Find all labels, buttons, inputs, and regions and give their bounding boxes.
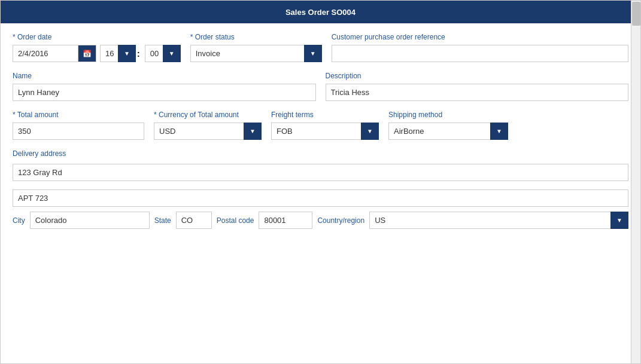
title-text: Sales Order SO004 xyxy=(285,8,356,17)
postal-code-input[interactable] xyxy=(259,212,312,229)
order-status-group: Order status Invoice Draft Confirmed Can… xyxy=(190,33,322,62)
order-status-select-wrapper: Invoice Draft Confirmed Cancelled xyxy=(190,45,322,62)
order-date-input[interactable] xyxy=(13,45,78,62)
name-label: Name xyxy=(13,72,316,80)
state-label: State xyxy=(154,216,171,225)
window-title: Sales Order SO004 xyxy=(1,1,640,23)
order-date-group: Order date 📅 16 00010203 04050607 080910… xyxy=(13,33,181,62)
city-input[interactable] xyxy=(30,212,150,229)
total-amount-label: Total amount xyxy=(13,111,144,119)
freight-terms-label: Freight terms xyxy=(271,111,379,119)
currency-group: Currency of Total amount USD EUR GBP CAD xyxy=(154,111,262,140)
description-input[interactable] xyxy=(326,84,629,101)
currency-label: Currency of Total amount xyxy=(154,111,262,119)
country-select-wrapper: US CA GB AU DE xyxy=(369,212,628,229)
state-input[interactable] xyxy=(176,212,212,229)
order-status-label: Order status xyxy=(190,33,322,41)
form-content: Order date 📅 16 00010203 04050607 080910… xyxy=(1,23,640,363)
minute-select[interactable]: 00153045 xyxy=(145,45,181,62)
total-amount-group: Total amount xyxy=(13,111,144,140)
hour-select[interactable]: 16 00010203 04050607 08091011 12131415 1… xyxy=(100,45,136,62)
address-line1-input[interactable] xyxy=(13,164,628,181)
row-name-description: Name Description xyxy=(13,72,628,101)
delivery-address-section: Delivery address xyxy=(13,149,628,207)
postal-code-label: Postal code xyxy=(217,216,254,225)
freight-terms-group: Freight terms FOB CIF EXW DDP xyxy=(271,111,379,140)
hour-select-wrapper: 16 00010203 04050607 08091011 12131415 1… xyxy=(100,45,136,62)
customer-po-group: Customer purchase order reference xyxy=(332,33,628,62)
name-group: Name xyxy=(13,72,316,101)
description-label: Description xyxy=(326,72,629,80)
shipping-method-label: Shipping method xyxy=(388,111,508,119)
currency-select[interactable]: USD EUR GBP CAD xyxy=(154,123,262,140)
time-colon: : xyxy=(136,49,141,59)
order-status-select[interactable]: Invoice Draft Confirmed Cancelled xyxy=(190,45,322,62)
calendar-button[interactable]: 📅 xyxy=(78,45,96,62)
freight-select-wrapper: FOB CIF EXW DDP xyxy=(271,123,379,140)
shipping-select-wrapper: AirBorne Ground Express Economy xyxy=(388,123,508,140)
scrollbar[interactable] xyxy=(631,1,640,363)
address-line2-input[interactable] xyxy=(13,189,628,207)
customer-po-label: Customer purchase order reference xyxy=(332,33,628,41)
minute-select-wrapper: 00153045 xyxy=(145,45,181,62)
row-amounts: Total amount Currency of Total amount US… xyxy=(13,111,628,140)
country-select[interactable]: US CA GB AU DE xyxy=(369,212,628,229)
shipping-method-group: Shipping method AirBorne Ground Express … xyxy=(388,111,508,140)
currency-select-wrapper: USD EUR GBP CAD xyxy=(154,123,262,140)
shipping-method-select[interactable]: AirBorne Ground Express Economy xyxy=(388,123,508,140)
scrollbar-thumb[interactable] xyxy=(632,2,640,26)
name-input[interactable] xyxy=(13,84,316,101)
row-order-date-status: Order date 📅 16 00010203 04050607 080910… xyxy=(13,33,628,62)
freight-terms-select[interactable]: FOB CIF EXW DDP xyxy=(271,123,379,140)
city-state-row: City State Postal code Country/region US… xyxy=(13,212,628,229)
description-group: Description xyxy=(326,72,629,101)
date-time-row: 📅 16 00010203 04050607 08091011 12131415… xyxy=(13,45,181,62)
total-amount-input[interactable] xyxy=(13,123,144,140)
delivery-address-label: Delivery address xyxy=(13,149,628,158)
customer-po-input[interactable] xyxy=(332,45,628,62)
order-date-label: Order date xyxy=(13,33,181,41)
date-input-wrapper: 📅 xyxy=(13,45,96,62)
country-label: Country/region xyxy=(317,216,364,225)
sales-order-window: Sales Order SO004 Order date 📅 16 000102… xyxy=(0,0,641,364)
city-label: City xyxy=(13,216,25,225)
